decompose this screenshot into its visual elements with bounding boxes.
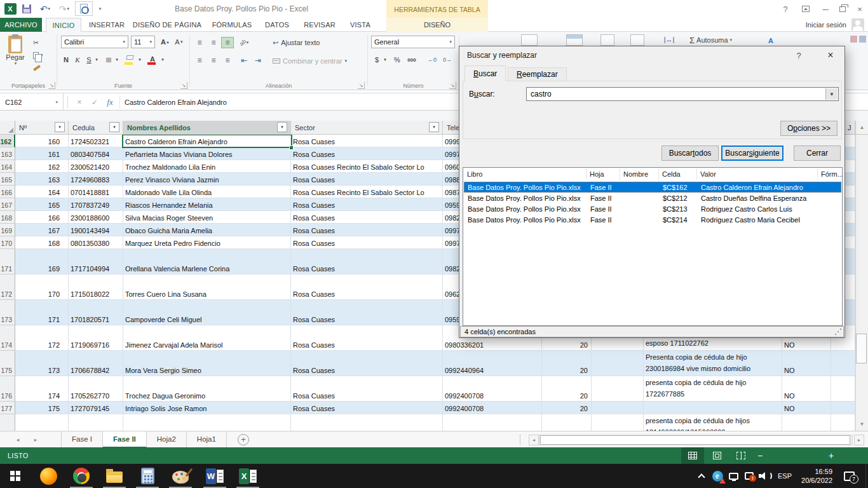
firefox-icon[interactable] <box>33 464 64 488</box>
filter-icon[interactable]: ▾ <box>277 122 287 132</box>
ribbon-partial-icon[interactable] <box>859 36 866 43</box>
cell[interactable]: Obaco Guicha Maria Amelia <box>123 224 291 236</box>
paste-button[interactable]: Pegar ▾ <box>1 34 29 66</box>
cell[interactable]: NO <box>782 414 831 431</box>
cell[interactable]: 20 <box>542 351 592 376</box>
cell[interactable]: 163 <box>15 173 69 186</box>
row-header[interactable]: 172 <box>0 274 15 300</box>
find-result-row[interactable]: Base Datos Proy. Pollos Pio Pio.xlsxFase… <box>464 193 841 203</box>
cell[interactable]: 176 <box>15 414 69 431</box>
start-button[interactable] <box>0 464 31 488</box>
cell[interactable]: Trochez Maldonado Lila Enin <box>123 160 291 173</box>
row-header[interactable]: 174 <box>0 325 15 351</box>
copy-button[interactable]: ▾ <box>33 50 43 61</box>
font-color-dropdown-icon[interactable]: ▾ <box>159 53 166 66</box>
orientation-button[interactable]: ab▾ <box>238 37 250 48</box>
cell[interactable]: 1900143494 <box>69 224 123 236</box>
row-header[interactable]: 171 <box>0 249 15 274</box>
page-break-view-button[interactable] <box>729 447 752 464</box>
cell[interactable]: 160 <box>15 135 69 147</box>
cell[interactable] <box>592 402 644 414</box>
cell[interactable]: 20 <box>542 402 592 414</box>
cell[interactable]: 1727079145 <box>69 402 123 414</box>
cell[interactable]: 1717104994 <box>69 249 123 274</box>
cell[interactable]: 169 <box>15 249 69 274</box>
borders-button[interactable]: ⊞ <box>103 53 114 66</box>
align-center-button[interactable]: ≡ <box>207 55 220 66</box>
cell[interactable]: Rosa Cuases <box>291 135 443 147</box>
align-bottom-button[interactable]: ≡ <box>221 37 234 48</box>
cell[interactable]: 1706678842 <box>69 351 123 376</box>
minimize-icon[interactable]: ─ <box>817 0 834 18</box>
number-launcher-icon[interactable]: ↘ <box>449 82 456 89</box>
tab-revisar[interactable]: REVISAR <box>300 18 339 32</box>
font-launcher-icon[interactable]: ↘ <box>180 82 187 89</box>
find-next-button[interactable]: Buscar siguiente <box>721 146 783 161</box>
tab-diseno-tabla[interactable]: DISEÑO <box>386 18 488 32</box>
cell[interactable]: Riascos Hernandez Melania <box>123 198 291 211</box>
cell[interactable]: Rosa Cuases <box>291 402 443 414</box>
scroll-down-icon[interactable]: ▼ <box>855 417 868 431</box>
cell[interactable]: Rosa Cuases Recinto El Sabalo Sector Lo <box>291 160 443 173</box>
tab-datos[interactable]: DATOS <box>261 18 294 32</box>
calculator-icon[interactable] <box>132 464 163 488</box>
row-header[interactable]: 167 <box>0 198 15 211</box>
insert-function-icon[interactable]: fx <box>103 93 117 111</box>
cell[interactable] <box>831 376 855 402</box>
redo-icon[interactable]: ↷▾ <box>56 3 72 15</box>
cell[interactable]: 2300188600 <box>69 211 123 224</box>
find-result-row[interactable]: Base Datos Proy. Pollos Pio Pio.xlsxFase… <box>464 182 841 193</box>
save-icon[interactable] <box>20 3 33 15</box>
cell[interactable]: 165 <box>15 198 69 211</box>
enter-icon[interactable]: ✓ <box>88 93 102 111</box>
align-left-button[interactable]: ≡ <box>193 55 206 66</box>
cell[interactable]: Rosa Cuases <box>291 376 443 402</box>
cell[interactable] <box>592 376 644 402</box>
cell[interactable]: Torres Cuero Lina Susana <box>123 274 291 300</box>
cell[interactable] <box>644 402 782 414</box>
cell[interactable]: Jimenez Carvajal Adela Marisol <box>123 325 291 351</box>
clock[interactable]: 16:59 20/6/2022 <box>796 464 832 488</box>
cell[interactable]: 173 <box>15 351 69 376</box>
dialog-close-icon[interactable]: × <box>819 48 842 62</box>
format-painter-button[interactable] <box>33 62 41 74</box>
cell[interactable]: 2300521420 <box>69 160 123 173</box>
cell[interactable]: 174 <box>15 376 69 402</box>
restore-icon[interactable] <box>834 0 851 18</box>
cell[interactable]: Rosa Cuases <box>291 414 443 431</box>
tab-vista[interactable]: VISTA <box>346 18 375 32</box>
zoom-out-button[interactable]: − <box>755 447 765 464</box>
shrink-font-button[interactable]: A▼ <box>173 36 186 48</box>
fill-color-dropdown-icon[interactable]: ▾ <box>137 53 143 66</box>
dialog-tab-reemplazar[interactable]: Reemplazar <box>508 67 567 81</box>
cell[interactable]: Trochez Dagua Geronimo <box>123 376 291 402</box>
cell[interactable]: Parra Bravo Maria Yolanda <box>123 414 291 431</box>
cell[interactable]: Presenta copia de cédula de hijo 2300186… <box>644 351 782 376</box>
filter-icon[interactable]: ▾ <box>55 122 65 132</box>
number-format-select[interactable]: General▾ <box>371 36 455 48</box>
normal-view-button[interactable] <box>681 447 704 464</box>
font-size-select[interactable]: 11▾ <box>131 36 155 48</box>
print-preview-icon[interactable] <box>75 1 93 16</box>
sheet-tab-fase-i[interactable]: Fase I <box>62 431 103 448</box>
cell[interactable]: Rosa Cuases <box>291 198 443 211</box>
name-box-resizer[interactable] <box>67 96 68 108</box>
column-header-sector[interactable]: Sector <box>291 121 443 134</box>
borders-dropdown-icon[interactable]: ▾ <box>114 53 120 66</box>
formula-input[interactable]: Castro Calderon Efrain Alejandro <box>125 93 227 111</box>
cell[interactable]: Campoverde Celi Miguel <box>123 300 291 325</box>
underline-button[interactable]: S <box>84 53 94 66</box>
cell[interactable]: Silva Macias Roger Steeven <box>123 211 291 224</box>
cell[interactable]: 162 <box>15 160 69 173</box>
column-width-icon[interactable]: |↔| <box>660 33 679 46</box>
chrome-icon[interactable] <box>66 464 97 488</box>
cell[interactable]: 0992400708 <box>443 402 542 414</box>
cell[interactable]: presenta copia de cédula de hijo 1722677… <box>644 376 782 402</box>
find-all-button[interactable]: Buscar todos <box>661 146 719 161</box>
cell[interactable] <box>831 414 855 431</box>
bold-button[interactable]: N <box>61 53 71 66</box>
dialog-help-icon[interactable]: ? <box>791 49 806 62</box>
name-box[interactable]: C162▾ <box>0 93 64 111</box>
tab-splitter[interactable] <box>520 435 520 445</box>
currency-dropdown-icon[interactable]: ▾ <box>382 53 388 66</box>
